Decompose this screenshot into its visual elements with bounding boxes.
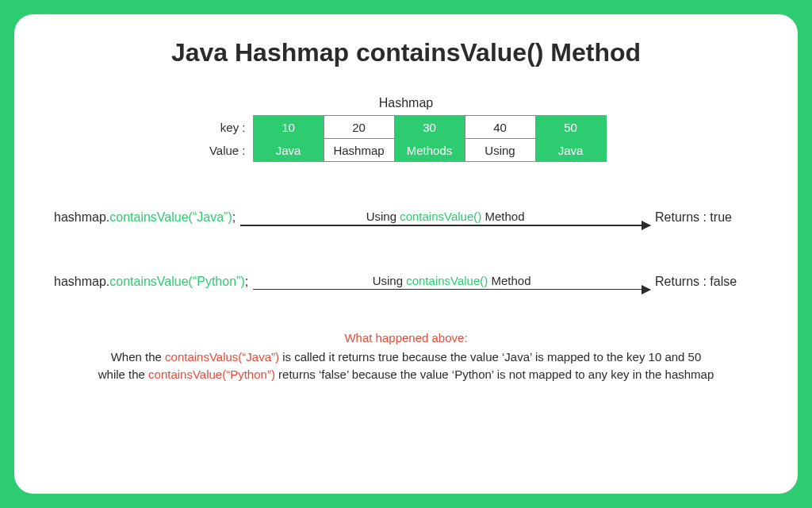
examples: hashmap.containsValue(“Java”); Using con… bbox=[46, 210, 766, 290]
key-cell: 10 bbox=[253, 115, 324, 139]
value-cell: Methods bbox=[394, 138, 465, 162]
result-text: Returns : false bbox=[655, 275, 758, 289]
example-row: hashmap.containsValue(“Java”); Using con… bbox=[46, 210, 766, 226]
arrow-caption: Using containsValue() Method bbox=[373, 274, 531, 287]
arrow-icon bbox=[240, 225, 650, 226]
hashmap-diagram: Hashmap key : 10 20 30 40 50 Value : Jav… bbox=[46, 96, 766, 162]
key-row: key : 10 20 30 40 50 bbox=[206, 115, 607, 139]
code-method: containsValue(“Python”) bbox=[109, 275, 244, 288]
code-method: containsValue(“Java”) bbox=[109, 210, 232, 224]
key-cell: 30 bbox=[394, 115, 465, 139]
value-row: Value : Java Hashmap Methods Using Java bbox=[206, 139, 607, 162]
arrow-icon bbox=[253, 289, 650, 291]
value-row-label: Value : bbox=[206, 139, 254, 162]
explanation-line: while the containsValue(“Python”) return… bbox=[46, 366, 766, 383]
key-row-label: key : bbox=[206, 115, 254, 139]
arrow: Using containsValue() Method bbox=[240, 210, 650, 226]
hashmap-caption: Hashmap bbox=[379, 96, 433, 110]
example-row: hashmap.containsValue(“Python”); Using c… bbox=[46, 274, 766, 291]
arrow: Using containsValue() Method bbox=[253, 274, 650, 291]
value-cell: Using bbox=[465, 138, 536, 162]
code-suffix: ; bbox=[245, 275, 248, 288]
key-cell: 50 bbox=[535, 115, 607, 139]
hashmap-table: key : 10 20 30 40 50 Value : Java Hashma… bbox=[206, 115, 607, 162]
value-cell: Hashmap bbox=[324, 138, 395, 162]
page-title: Java Hashmap containsValue() Method bbox=[46, 38, 766, 67]
explanation-line: When the containsValus(“Java”) is called… bbox=[46, 348, 766, 366]
explanation-heading: What happened above: bbox=[46, 329, 766, 347]
value-cell: Java bbox=[253, 138, 324, 162]
code-call: hashmap.containsValue(“Python”); bbox=[54, 275, 248, 289]
code-call: hashmap.containsValue(“Java”); bbox=[54, 210, 236, 225]
explanation: What happened above: When the containsVa… bbox=[46, 329, 766, 383]
result-text: Returns : true bbox=[655, 210, 758, 225]
key-cell: 40 bbox=[465, 115, 536, 139]
code-prefix: hashmap. bbox=[54, 210, 109, 224]
key-cell: 20 bbox=[324, 115, 395, 139]
value-cell: Java bbox=[535, 138, 607, 162]
code-suffix: ; bbox=[232, 210, 236, 224]
card: Java Hashmap containsValue() Method Hash… bbox=[14, 14, 798, 494]
code-prefix: hashmap. bbox=[54, 275, 109, 288]
arrow-caption: Using containsValue() Method bbox=[366, 210, 525, 223]
